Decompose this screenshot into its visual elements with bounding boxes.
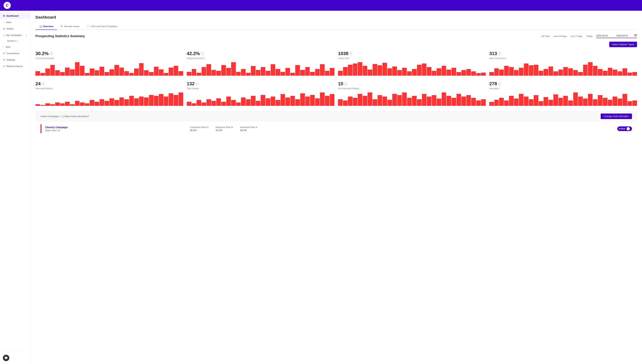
tab-click-and-send[interactable]: 📄 Click and Send Templates (83, 23, 121, 30)
select-stat-container: Select Statistic Types (36, 42, 637, 47)
bar (100, 99, 104, 106)
bar (154, 67, 159, 76)
bar (618, 98, 622, 106)
info-icon-reply-connections[interactable]: i (201, 52, 204, 55)
info-icon-invites-sent[interactable]: i (349, 52, 352, 55)
bar (583, 98, 588, 106)
bar (178, 92, 183, 106)
bar (417, 99, 421, 106)
bar (476, 73, 481, 76)
sidebar-item-inbox[interactable]: ○ Inbox (0, 19, 30, 26)
select-statistic-types-button[interactable]: Select Statistic Types (609, 42, 637, 47)
date-to-input[interactable] (616, 34, 632, 37)
bar (466, 95, 471, 106)
bar (358, 94, 362, 106)
sidebar-item-sent[interactable]: ↑ Sent (0, 44, 30, 50)
info-icon-total-replies[interactable]: i (195, 82, 198, 85)
info-icon-message-2[interactable]: i (498, 82, 501, 85)
bar (618, 71, 622, 76)
bar (481, 99, 486, 106)
sidebar-item-connections[interactable]: ⊕ Connections (0, 50, 30, 56)
bar (558, 98, 563, 106)
click-send-tab-label: Click and Send Templates (91, 25, 117, 28)
info-icon-interested-replies[interactable]: i (42, 82, 45, 85)
bar (154, 96, 159, 106)
bar (452, 68, 456, 76)
bar-chart-new-connections (489, 61, 637, 76)
stat-label-reply-connections: Reply/Connections (187, 57, 334, 60)
bar (129, 96, 134, 106)
bar (236, 102, 241, 106)
sidebar-item-settings[interactable]: ⚙ Settings (0, 56, 30, 63)
bar (583, 65, 588, 76)
bar (310, 95, 315, 106)
bar (330, 94, 334, 106)
bar (285, 98, 290, 106)
stats-filters: All-Time Last 14 Days Last 7 Days Today … (541, 34, 637, 38)
active-toggle[interactable]: Active (617, 126, 632, 131)
bar (246, 73, 251, 76)
tab-overview[interactable]: 📊 Overview (36, 23, 57, 30)
bar (236, 72, 241, 76)
campaign-name[interactable]: Cleverly Campaign (45, 126, 186, 129)
bar (192, 69, 196, 76)
bar (573, 70, 578, 76)
bar (109, 98, 114, 106)
bar (608, 68, 612, 76)
bar (466, 69, 471, 76)
bar (367, 70, 372, 76)
stat-value-new-connections: 313 i (489, 51, 637, 56)
bar (276, 100, 280, 106)
info-icon-new-connections[interactable]: i (498, 52, 501, 55)
bar (447, 70, 451, 76)
sidebar-item-dashboard[interactable]: ⊙ Dashboard (0, 12, 30, 19)
bar (75, 62, 80, 76)
date-range: – 📅 (596, 34, 637, 38)
sidebar-item-my-campaigns[interactable]: ◁ My Campaigns ▲ (0, 32, 30, 38)
filter-today[interactable]: Today (586, 35, 593, 38)
stat-label-invites-sent: Invites Sent (338, 57, 486, 60)
tab-allocate-invites[interactable]: 🗓 Allocate Invites (57, 23, 83, 30)
bar (164, 96, 168, 106)
bar (310, 72, 315, 76)
bar (187, 72, 191, 76)
sidebar-item-referral-payout[interactable]: ◎ Referral Payout (0, 63, 30, 69)
footer-bar: Active Campaigns : 1 | Daily Invites all… (36, 111, 637, 121)
bar (558, 70, 563, 76)
filter-all-time[interactable]: All-Time (541, 35, 550, 38)
change-invite-allocation-button[interactable]: Change Invite Allocation (601, 114, 632, 119)
app-logo[interactable]: C (4, 2, 11, 9)
interested-rate-value: 18.2% (240, 129, 257, 132)
info-icon-not-interested[interactable]: i (344, 82, 347, 85)
stats-title: Prospecting Statistics Summary (36, 34, 85, 38)
sidebar-item-cleverly-c[interactable]: Cleverly C... (0, 38, 30, 44)
filter-last-7[interactable]: Last 7 Days (570, 35, 583, 38)
active-label: Active (619, 128, 625, 130)
bar (353, 98, 357, 106)
date-from-input[interactable] (596, 34, 612, 37)
bar (519, 68, 523, 76)
info-icon-connections-invites[interactable]: i (50, 52, 53, 55)
bar (378, 65, 382, 76)
bar (412, 96, 416, 106)
campaign-info: Cleverly Campaign Daily invites: 55 (45, 126, 186, 132)
chat-button[interactable]: 💬 (3, 355, 9, 361)
bar (489, 102, 494, 106)
bar (442, 92, 446, 106)
bar (613, 96, 617, 106)
bar (632, 100, 637, 106)
sidebar-item-outbox[interactable]: ⊞ Outbox (0, 26, 30, 32)
bar (407, 71, 412, 76)
sidebar-bottom: 💬 (0, 352, 30, 364)
interested-rate-group: Interested Rate % 18.2% (240, 126, 257, 132)
filter-last-14[interactable]: Last 14 Days (553, 35, 567, 38)
bar (174, 95, 178, 106)
bar (139, 63, 144, 76)
bar (432, 95, 437, 106)
calendar-icon[interactable]: 📅 (634, 34, 637, 37)
dashboard-icon: ⊙ (3, 14, 5, 17)
bar (373, 64, 377, 76)
top-bar: C (0, 0, 642, 11)
stat-label-message-2: Message 2 (489, 87, 637, 90)
bar (251, 66, 256, 76)
